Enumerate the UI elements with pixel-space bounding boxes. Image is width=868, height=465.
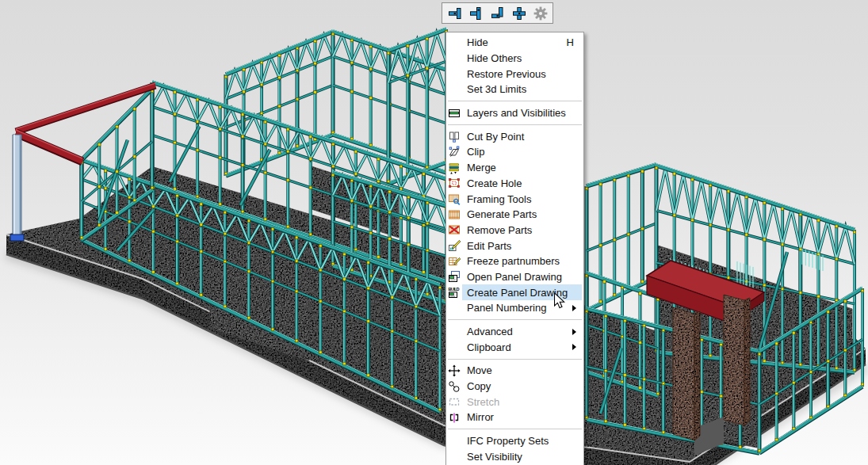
menu-icon-empty [446, 324, 462, 340]
menu-item-ifc-property-sets[interactable]: IFC Property Sets [446, 433, 583, 449]
menu-item-body: HideH [462, 35, 582, 51]
menu-item-mirror[interactable]: Mirror [446, 410, 583, 425]
application-window: { "toolbar": { "buttons": [ {"id": "fram… [0, 0, 868, 465]
joint-end-icon [447, 6, 463, 21]
layers-icon [446, 105, 462, 121]
3d-model-viewport[interactable] [0, 0, 868, 465]
mouse-cursor [554, 292, 567, 310]
menu-item-cut-by-point[interactable]: Cut By Point [446, 128, 583, 144]
menu-item-label: Panel Numbering [467, 302, 546, 314]
menu-item-label: Framing Tools [467, 193, 531, 205]
create-panel-drawing-icon: BUILD [446, 284, 462, 300]
edit-parts-icon [446, 238, 462, 253]
menu-icon-empty [446, 35, 462, 51]
frame-corner-joint-button[interactable] [487, 4, 508, 22]
menu-icon-empty [446, 339, 462, 355]
copy-icon [446, 379, 462, 394]
menu-item-restore-previous[interactable]: Restore Previous [446, 66, 583, 82]
menu-item-body: Stretch [462, 394, 582, 410]
mirror-icon [446, 410, 462, 425]
merge-icon [446, 160, 462, 176]
menu-item-body: Copy [462, 379, 582, 394]
frame-end-joint-button[interactable] [444, 4, 465, 22]
menu-item-clipboard[interactable]: Clipboard [446, 339, 583, 355]
joint-cross-icon [511, 6, 527, 21]
menu-item-framing-tools[interactable]: Framing Tools [446, 191, 583, 207]
menu-item-label: Advanced [467, 326, 513, 337]
menu-item-clip[interactable]: Clip [446, 144, 583, 160]
cut-by-point-icon [446, 128, 462, 144]
menu-item-body: Remove Parts [462, 223, 582, 238]
floating-toolbar [442, 2, 553, 24]
menu-item-set-visibility[interactable]: Set Visibility [446, 449, 583, 465]
menu-item-stretch: Stretch [446, 394, 583, 410]
menu-item-body: Restore Previous [462, 66, 582, 82]
remove-parts-icon [446, 223, 462, 238]
menu-item-layers-and-visibilities[interactable]: Layers and Visibilities [446, 105, 583, 121]
menu-item-body: Freeze partnumbers [462, 253, 582, 269]
submenu-arrow-icon [572, 344, 576, 350]
menu-item-set-3d-limits[interactable]: Set 3d Limits [446, 82, 583, 97]
menu-item-label: Edit Parts [467, 240, 511, 252]
menu-icon-empty [446, 51, 462, 67]
settings-button[interactable] [530, 4, 551, 22]
menu-item-label: Clip [467, 146, 484, 158]
menu-item-freeze-partnumbers[interactable]: Freeze partnumbers [446, 253, 583, 269]
menu-item-body: Edit Parts [462, 238, 582, 253]
menu-item-advanced[interactable]: Advanced [446, 324, 583, 340]
menu-item-body: Framing Tools [462, 191, 582, 207]
menu-item-label: Hide Others [467, 52, 522, 64]
menu-item-body: Clip [462, 144, 582, 160]
menu-item-edit-parts[interactable]: Edit Parts [446, 238, 583, 253]
menu-item-body: Clipboard [462, 339, 582, 355]
menu-item-label: Freeze partnumbers [467, 255, 560, 267]
menu-item-shortcut: H [567, 36, 582, 48]
menu-item-label: Layers and Visibilities [467, 107, 566, 119]
menu-item-body: Cut By Point [462, 128, 582, 144]
svg-text:BUILD: BUILD [449, 287, 460, 292]
clip-icon [446, 144, 462, 160]
menu-separator [446, 120, 583, 128]
menu-item-label: Set 3d Limits [467, 83, 526, 95]
menu-item-label: Generate Parts [467, 208, 537, 220]
menu-item-hide[interactable]: HideH [446, 35, 583, 51]
create-hole-icon [446, 176, 462, 192]
menu-item-open-panel-drawing[interactable]: Open Panel Drawing [446, 269, 583, 285]
menu-item-create-hole[interactable]: Create Hole [446, 176, 583, 192]
menu-icon-empty [446, 433, 462, 449]
menu-item-body: Create Hole [462, 176, 582, 192]
menu-item-remove-parts[interactable]: Remove Parts [446, 223, 583, 238]
move-icon [446, 363, 462, 379]
menu-item-label: Set Visibility [467, 451, 522, 463]
menu-item-label: Create Panel Drawing [467, 287, 568, 299]
joint-tee-icon [468, 6, 484, 21]
menu-item-label: Create Hole [467, 177, 522, 189]
stretch-icon [446, 394, 462, 410]
menu-item-body: Mirror [462, 410, 582, 425]
menu-item-body: Hide Others [462, 51, 582, 67]
menu-item-body: IFC Property Sets [462, 433, 582, 449]
menu-item-hide-others[interactable]: Hide Others [446, 51, 583, 67]
menu-item-label: Mirror [467, 411, 494, 423]
frame-cross-joint-button[interactable] [508, 4, 530, 22]
open-panel-drawing-icon [446, 269, 462, 285]
frame-tee-joint-button[interactable] [465, 4, 487, 22]
menu-item-label: IFC Property Sets [467, 435, 549, 447]
menu-icon-empty [446, 82, 462, 97]
menu-item-label: Copy [467, 380, 491, 392]
menu-item-generate-parts[interactable]: Generate Parts [446, 207, 583, 223]
context-menu: HideHHide OthersRestore PreviousSet 3d L… [445, 32, 584, 465]
menu-icon-empty [446, 66, 462, 82]
menu-item-label: Open Panel Drawing [467, 271, 562, 283]
menu-item-merge[interactable]: Merge [446, 160, 583, 176]
menu-item-body: Open Panel Drawing [462, 269, 582, 285]
menu-icon-empty [446, 449, 462, 465]
menu-item-label: Restore Previous [467, 68, 546, 80]
menu-item-body: Generate Parts [462, 207, 582, 223]
menu-item-copy[interactable]: Copy [446, 379, 583, 394]
menu-item-label: Stretch [467, 396, 499, 408]
menu-item-label: Merge [467, 162, 496, 173]
submenu-arrow-icon [572, 329, 576, 335]
menu-item-body: Layers and Visibilities [462, 105, 582, 121]
menu-item-move[interactable]: Move [446, 363, 583, 379]
